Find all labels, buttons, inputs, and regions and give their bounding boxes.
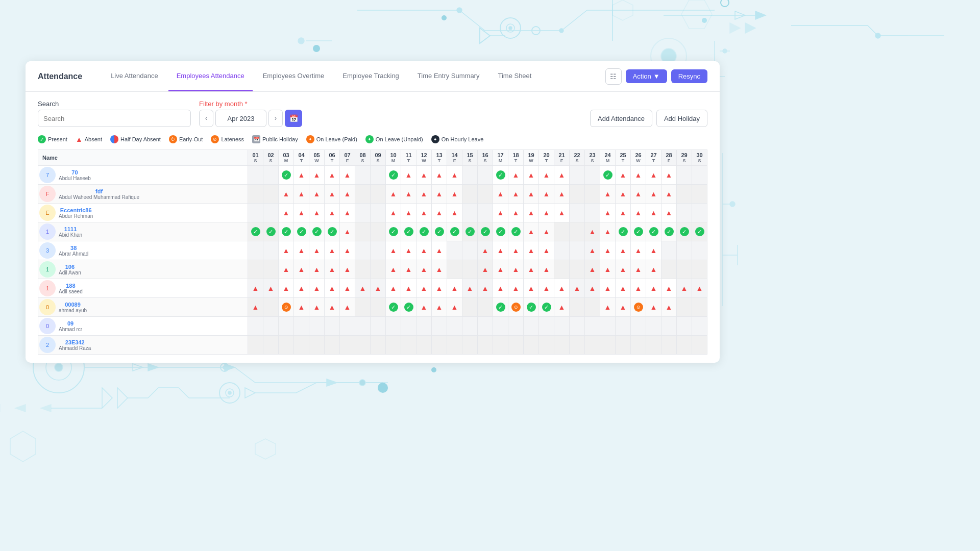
attendance-cell[interactable] [478, 204, 493, 222]
attendance-cell[interactable] [616, 317, 631, 336]
attendance-cell[interactable]: ▲ [279, 279, 294, 298]
attendance-cell[interactable]: ▲ [585, 241, 600, 260]
attendance-cell[interactable] [416, 336, 432, 355]
attendance-cell[interactable]: ▲ [386, 185, 401, 204]
attendance-cell[interactable]: ▲ [524, 260, 539, 279]
attendance-cell[interactable] [248, 166, 263, 185]
attendance-cell[interactable]: ✓ [416, 222, 432, 241]
attendance-cell[interactable]: ▲ [340, 241, 355, 260]
attendance-cell[interactable]: ⊙ [631, 298, 646, 317]
attendance-cell[interactable]: ▲ [493, 204, 508, 222]
attendance-cell[interactable]: ✓ [478, 222, 493, 241]
attendance-cell[interactable]: ▲ [279, 260, 294, 279]
attendance-cell[interactable] [585, 166, 600, 185]
attendance-cell[interactable] [340, 317, 355, 336]
attendance-cell[interactable] [263, 241, 279, 260]
attendance-cell[interactable] [355, 166, 371, 185]
attendance-cell[interactable] [570, 166, 585, 185]
attendance-cell[interactable]: ▲ [600, 298, 616, 317]
attendance-cell[interactable]: ▲ [401, 279, 416, 298]
action-button[interactable]: Action ▼ [626, 69, 667, 83]
attendance-cell[interactable] [677, 260, 692, 279]
attendance-cell[interactable] [371, 298, 386, 317]
attendance-cell[interactable]: ▲ [662, 166, 677, 185]
attendance-cell[interactable] [371, 241, 386, 260]
table-row[interactable]: 0 09 Ahmad rcr [38, 317, 707, 336]
attendance-cell[interactable] [371, 222, 386, 241]
attendance-cell[interactable] [692, 166, 707, 185]
attendance-cell[interactable]: ▲ [294, 204, 309, 222]
attendance-cell[interactable] [432, 317, 447, 336]
attendance-cell[interactable] [248, 336, 263, 355]
attendance-cell[interactable] [662, 317, 677, 336]
attendance-cell[interactable]: ✓ [401, 298, 416, 317]
attendance-cell[interactable]: ▲ [493, 241, 508, 260]
attendance-cell[interactable] [432, 336, 447, 355]
date-prev-button[interactable]: ‹ [199, 110, 213, 127]
attendance-cell[interactable]: ✓ [493, 166, 508, 185]
table-row[interactable]: 0 00089 ahmad ayub ▲⊙▲▲▲▲✓✓▲▲▲✓⊙✓✓▲▲▲⊙▲▲ [38, 298, 707, 317]
attendance-cell[interactable]: ✓ [524, 298, 539, 317]
attendance-cell[interactable] [677, 241, 692, 260]
attendance-cell[interactable] [677, 298, 692, 317]
attendance-cell[interactable]: ▲ [294, 260, 309, 279]
attendance-cell[interactable] [462, 185, 478, 204]
attendance-cell[interactable] [325, 336, 340, 355]
attendance-cell[interactable]: ▲ [340, 298, 355, 317]
attendance-cell[interactable] [371, 185, 386, 204]
attendance-cell[interactable]: ✓ [263, 222, 279, 241]
attendance-cell[interactable]: ▲ [508, 241, 524, 260]
attendance-cell[interactable]: ▲ [616, 204, 631, 222]
attendance-cell[interactable]: ▲ [478, 241, 493, 260]
attendance-cell[interactable]: ✓ [294, 222, 309, 241]
attendance-cell[interactable]: ✓ [386, 166, 401, 185]
table-row[interactable]: 1 106 Adil Awan ▲▲▲▲▲▲▲▲▲▲▲▲▲▲▲▲▲▲▲ [38, 260, 707, 279]
table-row[interactable]: 1 188 Adil saeed ▲▲▲▲▲▲▲▲▲▲▲▲▲▲▲▲▲▲▲▲▲▲▲… [38, 279, 707, 298]
attendance-cell[interactable] [340, 336, 355, 355]
attendance-cell[interactable] [570, 204, 585, 222]
attendance-cell[interactable]: ▲ [478, 279, 493, 298]
attendance-cell[interactable] [508, 336, 524, 355]
attendance-cell[interactable] [371, 204, 386, 222]
attendance-cell[interactable]: ▲ [646, 298, 662, 317]
attendance-cell[interactable] [355, 317, 371, 336]
attendance-cell[interactable]: ▲ [554, 185, 570, 204]
attendance-cell[interactable] [646, 336, 662, 355]
attendance-cell[interactable]: ▲ [325, 298, 340, 317]
attendance-cell[interactable]: ▲ [294, 241, 309, 260]
attendance-cell[interactable]: ▲ [585, 279, 600, 298]
attendance-cell[interactable] [371, 260, 386, 279]
attendance-cell[interactable]: ▲ [432, 241, 447, 260]
attendance-cell[interactable] [570, 241, 585, 260]
attendance-cell[interactable]: ▲ [386, 260, 401, 279]
attendance-cell[interactable] [462, 336, 478, 355]
attendance-cell[interactable]: ▲ [508, 279, 524, 298]
attendance-cell[interactable] [462, 241, 478, 260]
attendance-cell[interactable]: ▲ [600, 222, 616, 241]
attendance-cell[interactable]: ▲ [309, 241, 325, 260]
attendance-cell[interactable] [585, 298, 600, 317]
attendance-cell[interactable] [462, 204, 478, 222]
attendance-cell[interactable] [692, 260, 707, 279]
attendance-cell[interactable]: ▲ [508, 166, 524, 185]
attendance-cell[interactable]: ▲ [325, 166, 340, 185]
attendance-cell[interactable]: ▲ [248, 298, 263, 317]
tab-live-attendance[interactable]: Live Attendance [103, 61, 166, 91]
attendance-cell[interactable]: ⊙ [508, 298, 524, 317]
attendance-cell[interactable]: ▲ [309, 166, 325, 185]
attendance-cell[interactable] [309, 336, 325, 355]
attendance-cell[interactable]: ▲ [539, 241, 554, 260]
attendance-cell[interactable] [585, 336, 600, 355]
attendance-cell[interactable]: ▲ [585, 222, 600, 241]
attendance-cell[interactable]: ▲ [263, 279, 279, 298]
attendance-cell[interactable]: ▲ [677, 279, 692, 298]
attendance-cell[interactable] [462, 317, 478, 336]
attendance-cell[interactable] [248, 241, 263, 260]
attendance-cell[interactable] [416, 317, 432, 336]
attendance-cell[interactable] [585, 204, 600, 222]
attendance-cell[interactable]: ▲ [493, 260, 508, 279]
attendance-cell[interactable]: ▲ [524, 204, 539, 222]
attendance-cell[interactable]: ✓ [692, 222, 707, 241]
attendance-cell[interactable] [447, 241, 462, 260]
attendance-cell[interactable] [263, 298, 279, 317]
